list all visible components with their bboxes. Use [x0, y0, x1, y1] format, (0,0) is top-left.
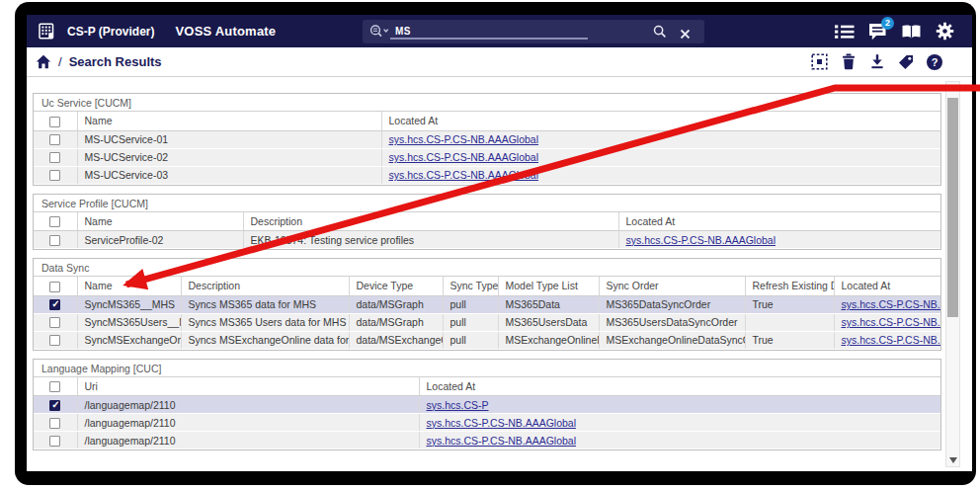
row-checkbox[interactable]	[49, 235, 60, 246]
select-all-checkbox[interactable]	[49, 117, 60, 127]
table-row: /languagemap/2110 sys.hcs.CS-P.CS-NB.AAA…	[34, 432, 940, 449]
cell-model-type-list: MSExchangeOnlineData	[498, 331, 599, 349]
table-row: SyncMSExchangeOnline__MHS Syncs MSExchan…	[34, 331, 940, 349]
cell-model-type-list: MS365UsersData	[498, 313, 599, 331]
column-header: Description	[243, 212, 618, 231]
column-header: Uri	[77, 377, 419, 396]
located-at-link[interactable]: sys.hcs.CS-P.CS-NB.MHS	[842, 334, 941, 346]
vertical-scrollbar[interactable]	[945, 81, 960, 467]
search-input-underline	[390, 38, 588, 40]
scrollbar-thumb[interactable]	[947, 98, 958, 317]
cell-name: SyncMS365__MHS	[77, 295, 181, 313]
cell-name: SyncMS365Users__MHS	[77, 313, 181, 331]
row-checkbox[interactable]	[49, 418, 60, 429]
located-at-link[interactable]: sys.hcs.CS-P	[427, 399, 489, 411]
column-header: Name	[77, 277, 181, 295]
table-row: ServiceProfile-02 EKB-10874: Testing ser…	[34, 231, 940, 249]
cell-description: Syncs MS365 data for MHS	[181, 295, 349, 313]
row-checkbox[interactable]	[49, 335, 60, 346]
column-header: Model Type List	[498, 277, 599, 295]
located-at-link[interactable]: sys.hcs.CS-P.CS-NB.MHS	[842, 316, 941, 328]
breadcrumb-toolbar: / Search Results	[27, 47, 972, 77]
cell-name: SyncMSExchangeOnline__MHS	[77, 331, 181, 349]
located-at-link[interactable]: sys.hcs.CS-P.CS-NB.AAAGlobal	[389, 151, 539, 163]
panel-title: Service Profile [CUCM]	[34, 195, 940, 212]
select-all-checkbox[interactable]	[49, 282, 60, 292]
tag-icon[interactable]	[898, 54, 914, 70]
cell-description: EKB-10874: Testing service profiles	[243, 231, 618, 249]
column-header: Located At	[618, 212, 940, 231]
cell-device-type: data/MSExchangeOnline	[349, 331, 443, 349]
page-title: Search Results	[69, 54, 162, 69]
organization-building-icon[interactable]	[39, 23, 58, 40]
table-row: /languagemap/2110 sys.hcs.CS-P.CS-NB.AAA…	[34, 414, 940, 432]
located-at-link[interactable]: sys.hcs.CS-P.CS-NB.AAAGlobal	[626, 234, 776, 246]
located-at-link[interactable]: sys.hcs.CS-P.CS-NB.MHS	[842, 298, 941, 310]
cell-sync-type: pull	[443, 295, 498, 313]
column-header: Located At	[834, 277, 940, 295]
table-row: SyncMS365__MHS Syncs MS365 data for MHS …	[34, 295, 940, 313]
cell-device-type: data/MSGraph	[349, 295, 443, 313]
clear-search-icon[interactable]	[680, 26, 691, 43]
header-row: Name Description Device Type Sync Type M…	[34, 277, 940, 295]
row-checkbox[interactable]	[49, 134, 60, 145]
panel-uc-service: Uc Service [CUCM] Name Located At MS-UCS…	[33, 93, 941, 186]
column-header: Located At	[381, 112, 940, 130]
task-list-icon[interactable]	[835, 24, 855, 40]
column-header: Refresh Existing Data	[745, 277, 834, 295]
panel-language-mapping: Language Mapping [CUC] Uri Located At /l…	[33, 359, 941, 451]
org-hierarchy-label[interactable]: CS-P (Provider)	[67, 25, 154, 39]
table-row: /languagemap/2110 sys.hcs.CS-P	[34, 396, 940, 414]
column-header: Located At	[419, 377, 940, 396]
cell-refresh-existing: True	[745, 331, 834, 349]
row-checkbox[interactable]	[49, 170, 60, 181]
panel-title: Uc Service [CUCM]	[34, 94, 940, 112]
help-icon[interactable]: ?	[927, 54, 942, 70]
cell-name: MS-UCService-01	[77, 130, 381, 148]
located-at-link[interactable]: sys.hcs.CS-P.CS-NB.AAAGlobal	[389, 133, 539, 145]
select-all-checkbox[interactable]	[49, 381, 60, 392]
header-row: Uri Located At	[34, 377, 940, 396]
search-scope-dropdown-icon[interactable]	[369, 24, 390, 40]
cell-uri: /languagemap/2110	[77, 396, 419, 414]
cell-sync-type: pull	[443, 313, 498, 331]
column-header: Sync Order	[599, 277, 745, 295]
search-icon[interactable]	[653, 25, 667, 42]
select-all-checkbox[interactable]	[49, 216, 60, 227]
search-results-content: Uc Service [CUCM] Name Located At MS-UCS…	[27, 77, 972, 471]
row-checkbox[interactable]	[49, 317, 60, 328]
cell-sync-order: MSExchangeOnlineDataSyncOrder	[599, 331, 745, 349]
notification-count-badge: 2	[881, 17, 894, 30]
cell-description: Syncs MS365 Users data for MHS	[181, 313, 349, 331]
cell-sync-order: MS365UsersDataSyncOrder	[599, 313, 745, 331]
row-checkbox[interactable]	[49, 299, 60, 310]
cell-description: Syncs MSExchangeOnline data for MHS	[181, 331, 349, 349]
delete-trash-icon[interactable]	[841, 53, 857, 70]
located-at-link[interactable]: sys.hcs.CS-P.CS-NB.AAAGlobal	[427, 417, 577, 429]
panel-title: Data Sync	[34, 259, 940, 277]
located-at-link[interactable]: sys.hcs.CS-P.CS-NB.AAAGlobal	[389, 169, 539, 181]
cell-sync-type: pull	[443, 331, 498, 349]
table-row: SyncMS365Users__MHS Syncs MS365 Users da…	[34, 313, 940, 331]
cell-name: ServiceProfile-02	[77, 231, 243, 249]
export-download-icon[interactable]	[869, 53, 885, 70]
cell-model-type-list: MS365Data	[498, 295, 599, 313]
scrollbar-down-arrow-icon[interactable]	[949, 457, 957, 463]
located-at-link[interactable]: sys.hcs.CS-P.CS-NB.AAAGlobal	[427, 435, 577, 447]
row-checkbox[interactable]	[49, 152, 60, 163]
cell-name: MS-UCService-03	[77, 166, 381, 184]
home-icon[interactable]	[36, 54, 51, 69]
table-row: MS-UCService-02 sys.hcs.CS-P.CS-NB.AAAGl…	[34, 148, 940, 166]
table-row: MS-UCService-03 sys.hcs.CS-P.CS-NB.AAAGl…	[34, 166, 940, 184]
row-checkbox[interactable]	[49, 400, 60, 411]
settings-gear-icon[interactable]	[936, 22, 954, 41]
row-checkbox[interactable]	[49, 436, 60, 447]
column-header: Name	[77, 112, 381, 130]
table-row: MS-UCService-01 sys.hcs.CS-P.CS-NB.AAAGl…	[34, 130, 940, 148]
screenshot-stage: CS-P (Provider) VOSS Automate	[0, 0, 980, 490]
notifications-chat-icon[interactable]: 2	[868, 23, 887, 41]
breadcrumb-separator: /	[58, 54, 62, 69]
panel-service-profile: Service Profile [CUCM] Name Description …	[33, 194, 941, 251]
select-all-icon[interactable]	[811, 53, 828, 70]
documentation-book-icon[interactable]	[901, 24, 922, 40]
